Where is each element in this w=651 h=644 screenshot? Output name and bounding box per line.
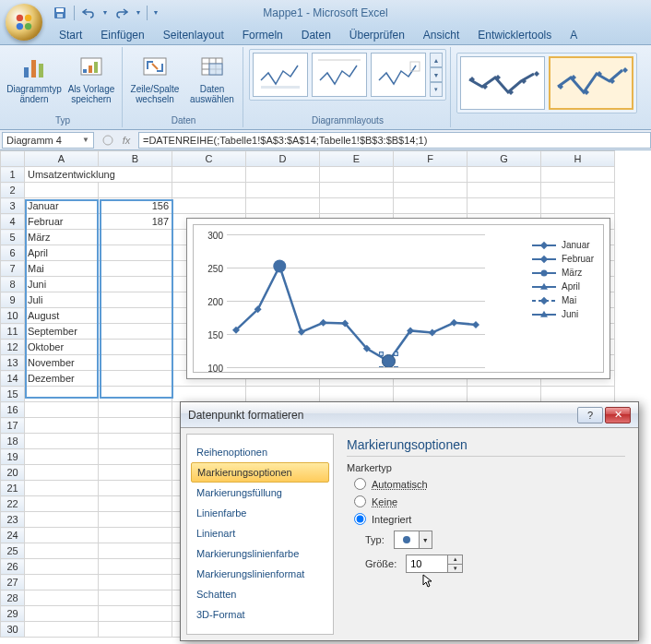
- svg-rect-9: [39, 64, 43, 78]
- cat-linienart[interactable]: Linienart: [187, 523, 333, 543]
- col-header-a[interactable]: A: [25, 151, 99, 167]
- chart-series[interactable]: [227, 234, 485, 367]
- tab-seitenlayout[interactable]: Seitenlayout: [154, 26, 233, 44]
- redo-dropdown[interactable]: ▼: [134, 3, 143, 23]
- marker-size-input[interactable]: [407, 555, 447, 572]
- marker-type-dropdown[interactable]: ▼: [419, 531, 432, 548]
- cat-reihenoptionen[interactable]: Reihenoptionen: [187, 442, 333, 462]
- svg-point-0: [17, 15, 23, 21]
- ribbon-group-typ: Diagrammtyp ändern Als Vorlage speichern…: [4, 47, 123, 127]
- chart-layouts-gallery: ▲ ▼ ▾: [249, 49, 446, 101]
- size-label: Größe:: [365, 558, 397, 569]
- redo-button[interactable]: [112, 3, 132, 23]
- name-box-dropdown[interactable]: ▼: [82, 136, 89, 144]
- fx-button[interactable]: fx: [118, 133, 135, 148]
- radio-none[interactable]: Keine: [347, 493, 625, 510]
- switch-icon: [140, 53, 170, 82]
- ribbon-tabs: Start Einfügen Seitenlayout Formeln Date…: [0, 25, 651, 45]
- layout-option-3[interactable]: [371, 53, 426, 97]
- select-all-corner[interactable]: [1, 151, 25, 167]
- name-box[interactable]: Diagramm 4▼: [2, 132, 94, 149]
- switch-row-col-button[interactable]: Zeile/Spalte wechseln: [128, 49, 182, 108]
- size-spin-up[interactable]: ▲: [448, 555, 462, 565]
- svg-point-29: [382, 355, 395, 367]
- title-bar: ▼ ▼ ▼ Mappe1 - Microsoft Excel: [0, 0, 651, 25]
- tab-formeln[interactable]: Formeln: [233, 26, 292, 44]
- svg-point-34: [403, 536, 410, 543]
- marker-size-spinner[interactable]: ▲▼: [406, 555, 463, 573]
- tab-entwicklertools[interactable]: Entwicklertools: [468, 26, 561, 44]
- svg-rect-6: [57, 14, 63, 18]
- dialog-title-bar[interactable]: Datenpunkt formatieren ? ✕: [181, 402, 638, 428]
- layout-option-2[interactable]: [312, 53, 367, 97]
- cat-markierungslinienfarbe[interactable]: Markierungslinienfarbe: [187, 543, 333, 564]
- col-header-c[interactable]: C: [172, 151, 246, 167]
- svg-rect-20: [209, 64, 222, 75]
- chart-area[interactable]: 300 250 200 150 100 Januar Februar März …: [193, 224, 604, 373]
- col-header-d[interactable]: D: [246, 151, 320, 167]
- type-label: Typ:: [365, 534, 385, 545]
- col-header-f[interactable]: F: [394, 151, 468, 167]
- svg-rect-13: [94, 62, 98, 73]
- col-header-h[interactable]: H: [541, 151, 615, 167]
- cat-3d-format[interactable]: 3D-Format: [187, 604, 333, 625]
- svg-point-27: [103, 136, 112, 145]
- layout-option-1[interactable]: [253, 53, 308, 97]
- gallery-scroll-down[interactable]: ▼: [430, 67, 443, 82]
- radio-automatic[interactable]: Automatisch: [347, 475, 625, 493]
- tab-start[interactable]: Start: [50, 26, 91, 44]
- plot-area[interactable]: 300 250 200 150 100: [227, 234, 485, 367]
- tab-ansicht[interactable]: Ansicht: [414, 26, 468, 44]
- tab-more[interactable]: A: [561, 26, 586, 44]
- col-header-e[interactable]: E: [320, 151, 394, 167]
- template-icon: [77, 53, 106, 82]
- gallery-scroll-up[interactable]: ▲: [430, 53, 443, 67]
- formula-input[interactable]: =DATENREIHE(;Tabelle1!$A$3:$A$14;Tabelle…: [138, 132, 651, 149]
- select-data-icon: [197, 53, 227, 82]
- cat-markierungslinienformat[interactable]: Markierungslinienformat: [187, 564, 333, 584]
- col-header-g[interactable]: G: [468, 151, 541, 167]
- cat-markierungsfuellung[interactable]: Markierungsfüllung: [187, 483, 333, 503]
- bar-chart-icon: [19, 53, 49, 82]
- cell[interactable]: Umsatzentwicklung: [25, 167, 172, 183]
- svg-rect-31: [394, 352, 397, 356]
- cat-schatten[interactable]: Schatten: [187, 584, 333, 604]
- format-datapoint-dialog: Datenpunkt formatieren ? ✕ Reihenoptione…: [180, 401, 639, 641]
- cat-markierungsoptionen[interactable]: Markierungsoptionen: [191, 462, 329, 483]
- layout-gallery-scroll: ▲ ▼ ▾: [430, 53, 443, 97]
- ribbon-group-daten: Zeile/Spalte wechseln Daten auswählen Da…: [124, 47, 243, 127]
- row-header[interactable]: 1: [1, 167, 25, 183]
- office-button[interactable]: [6, 4, 42, 41]
- svg-point-3: [25, 23, 31, 30]
- col-header-b[interactable]: B: [99, 151, 172, 167]
- cat-linienfarbe[interactable]: Linienfarbe: [187, 503, 333, 523]
- markertype-label: Markertyp: [347, 462, 625, 473]
- marker-type-combo[interactable]: ▼: [394, 531, 432, 549]
- undo-button[interactable]: [78, 3, 99, 23]
- dialog-close-button[interactable]: ✕: [605, 407, 631, 423]
- select-data-button[interactable]: Daten auswählen: [185, 49, 239, 108]
- svg-rect-12: [89, 66, 92, 73]
- size-spin-down[interactable]: ▼: [448, 565, 462, 573]
- embedded-chart[interactable]: 300 250 200 150 100 Januar Februar März …: [186, 218, 610, 379]
- dialog-category-list: Reihenoptionen Markierungsoptionen Marki…: [186, 434, 334, 635]
- chart-legend[interactable]: Januar Februar März April Mai Juni: [532, 240, 594, 323]
- fn-wizard-button[interactable]: [100, 133, 116, 148]
- formula-bar: Diagramm 4▼ fx =DATENREIHE(;Tabelle1!$A$…: [0, 130, 651, 150]
- ribbon-group-layouts: ▲ ▼ ▾ Diagrammlayouts: [245, 47, 451, 127]
- qat-customize[interactable]: ▼: [151, 3, 160, 23]
- save-button[interactable]: [50, 3, 70, 23]
- gallery-expand[interactable]: ▾: [430, 82, 443, 97]
- dialog-help-button[interactable]: ?: [577, 407, 603, 423]
- style-option-2[interactable]: [549, 56, 633, 110]
- svg-rect-11: [83, 69, 87, 73]
- chart-styles-gallery: [456, 53, 637, 113]
- undo-dropdown[interactable]: ▼: [101, 3, 110, 23]
- tab-daten[interactable]: Daten: [292, 26, 340, 44]
- radio-builtin[interactable]: Integriert: [347, 510, 625, 528]
- tab-ueberpruefen[interactable]: Überprüfen: [340, 26, 414, 44]
- change-chart-type-button[interactable]: Diagrammtyp ändern: [7, 49, 61, 108]
- tab-einfuegen[interactable]: Einfügen: [91, 26, 153, 44]
- style-option-1[interactable]: [460, 56, 545, 110]
- save-template-button[interactable]: Als Vorlage speichern: [65, 49, 118, 108]
